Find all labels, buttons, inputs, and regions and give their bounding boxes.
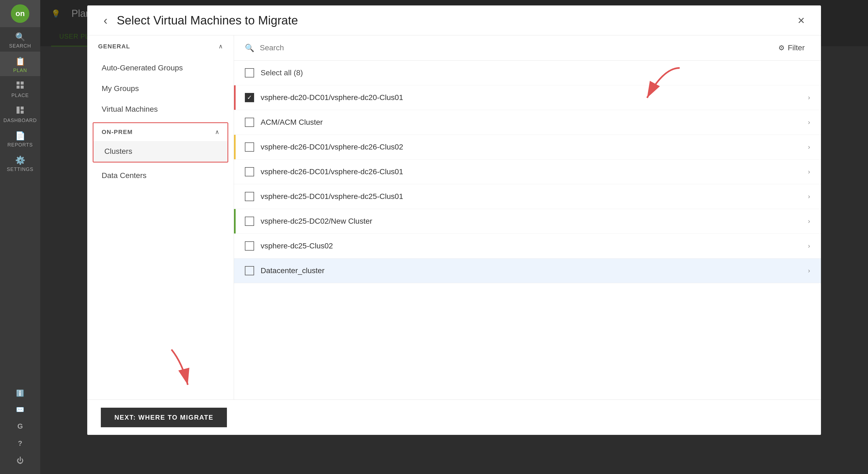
modal-footer: Next: Where to Migrate xyxy=(87,400,821,435)
item-label: ACM/ACM Cluster xyxy=(260,118,801,127)
list-item[interactable]: vsphere-dc25-DC01/vsphere-dc25-Clus01 › xyxy=(234,184,821,209)
general-section-header[interactable]: General ∧ xyxy=(87,35,234,58)
status-indicator-red xyxy=(234,85,236,110)
sidebar-bottom: ℹ️ ✉️ G ? ⏻ xyxy=(0,386,40,474)
chevron-right-icon: › xyxy=(808,242,810,250)
filter-button[interactable]: ⚙ Filter xyxy=(773,41,810,55)
search-icon: 🔍 xyxy=(245,43,254,53)
list-item[interactable]: vsphere-dc25-Clus02 › xyxy=(234,234,821,258)
sidebar-item-reports[interactable]: 📄 Reports xyxy=(0,126,40,151)
nav-my-groups[interactable]: My Groups xyxy=(87,78,234,99)
chevron-right-icon: › xyxy=(808,267,810,275)
logo: on xyxy=(0,0,40,27)
item-label: vsphere-dc25-DC01/vsphere-dc25-Clus01 xyxy=(260,192,801,201)
search-icon: 🔍 xyxy=(15,32,25,41)
dashboard-icon xyxy=(16,106,24,116)
modal-close-button[interactable]: × xyxy=(795,11,807,30)
on-prem-section: On-Prem ∧ Clusters xyxy=(93,122,228,162)
status-indicator-green xyxy=(234,209,236,233)
item-checkbox[interactable] xyxy=(245,118,254,127)
select-all-label: Select all (8) xyxy=(260,68,303,77)
chevron-right-icon: › xyxy=(808,217,810,225)
nav-virtual-machines[interactable]: Virtual Machines xyxy=(87,99,234,120)
item-checkbox[interactable] xyxy=(245,192,254,201)
sidebar-item-settings[interactable]: ⚙️ Settings xyxy=(0,151,40,175)
item-checkbox[interactable] xyxy=(245,241,254,251)
search-input[interactable] xyxy=(260,43,768,52)
list-item[interactable]: ACM/ACM Cluster › xyxy=(234,110,821,135)
chevron-right-icon: › xyxy=(808,94,810,101)
status-indicator-yellow xyxy=(234,135,236,159)
item-checkbox[interactable] xyxy=(245,217,254,226)
svg-rect-5 xyxy=(21,106,24,109)
chevron-right-icon: › xyxy=(808,168,810,176)
on-prem-section-header[interactable]: On-Prem ∧ xyxy=(93,123,227,141)
item-checkbox[interactable] xyxy=(245,93,254,102)
modal-body: General ∧ Auto-Generated Groups My Group… xyxy=(87,35,821,400)
nav-clusters[interactable]: Clusters xyxy=(93,141,227,162)
google-button[interactable]: G xyxy=(0,418,40,434)
svg-rect-3 xyxy=(21,86,24,89)
settings-icon: ⚙️ xyxy=(15,155,25,165)
general-toggle-icon: ∧ xyxy=(218,43,223,50)
list-item[interactable]: vsphere-dc20-DC01/vsphere-dc20-Clus01 › xyxy=(234,85,821,110)
nav-data-centers[interactable]: Data Centers xyxy=(87,165,234,186)
nav-auto-generated[interactable]: Auto-Generated Groups xyxy=(87,58,234,78)
list-item[interactable]: vsphere-dc26-DC01/vsphere-dc26-Clus02 › xyxy=(234,135,821,160)
list-item[interactable]: vsphere-dc26-DC01/vsphere-dc26-Clus01 › xyxy=(234,160,821,184)
modal: ‹ Select Virtual Machines to Migrate × G… xyxy=(87,5,821,435)
select-all-row[interactable]: Select all (8) xyxy=(234,61,821,85)
power-button[interactable]: ⏻ xyxy=(0,452,40,469)
on-prem-toggle-icon: ∧ xyxy=(215,129,219,136)
search-bar: 🔍 ⚙ Filter xyxy=(234,35,821,61)
right-panel: 🔍 ⚙ Filter Select all (8) xyxy=(234,35,821,400)
main-area: 💡 Plan Management User Plan Nightly ‹ Se… xyxy=(40,0,868,474)
sidebar-nav: 🔍 Search 📋 Plan Place Dashboard 📄 Report… xyxy=(0,27,40,386)
logo-icon: on xyxy=(11,4,29,23)
chevron-right-icon: › xyxy=(808,193,810,200)
item-label: vsphere-dc26-DC01/vsphere-dc26-Clus02 xyxy=(260,143,801,151)
modal-overlay: ‹ Select Virtual Machines to Migrate × G… xyxy=(40,0,868,474)
next-button[interactable]: Next: Where to Migrate xyxy=(101,408,227,427)
sidebar-item-dashboard[interactable]: Dashboard xyxy=(0,101,40,126)
left-panel: General ∧ Auto-Generated Groups My Group… xyxy=(87,35,234,400)
item-label: Datacenter_cluster xyxy=(260,266,801,275)
item-checkbox[interactable] xyxy=(245,167,254,177)
reports-icon: 📄 xyxy=(15,131,25,140)
modal-title: Select Virtual Machines to Migrate xyxy=(117,13,788,27)
place-icon xyxy=(16,81,24,91)
item-checkbox[interactable] xyxy=(245,266,254,275)
item-label: vsphere-dc26-DC01/vsphere-dc26-Clus01 xyxy=(260,167,801,176)
filter-icon: ⚙ xyxy=(778,44,784,52)
svg-rect-6 xyxy=(21,110,24,114)
chevron-right-icon: › xyxy=(808,143,810,151)
item-list: Select all (8) vsphere-dc20-DC01/vsphere… xyxy=(234,61,821,400)
sidebar: on 🔍 Search 📋 Plan Place Dashboard 📄 Rep… xyxy=(0,0,40,474)
chevron-right-icon: › xyxy=(808,119,810,126)
sidebar-item-search[interactable]: 🔍 Search xyxy=(0,27,40,52)
list-item[interactable]: Datacenter_cluster › xyxy=(234,258,821,283)
sidebar-item-place[interactable]: Place xyxy=(0,76,40,101)
item-checkbox[interactable] xyxy=(245,143,254,152)
mail-button[interactable]: ✉️ xyxy=(0,402,40,417)
sidebar-item-plan[interactable]: 📋 Plan xyxy=(0,52,40,76)
svg-rect-2 xyxy=(17,86,20,89)
svg-rect-1 xyxy=(21,82,24,85)
item-label: vsphere-dc25-Clus02 xyxy=(260,242,801,250)
list-item[interactable]: vsphere-dc25-DC02/New Cluster › xyxy=(234,209,821,234)
help-button[interactable]: ? xyxy=(0,435,40,451)
item-label: vsphere-dc20-DC01/vsphere-dc20-Clus01 xyxy=(260,93,801,102)
plan-icon: 📋 xyxy=(15,57,25,66)
modal-header: ‹ Select Virtual Machines to Migrate × xyxy=(87,5,821,35)
modal-back-button[interactable]: ‹ xyxy=(101,11,110,30)
select-all-checkbox[interactable] xyxy=(245,68,254,77)
info-button[interactable]: ℹ️ xyxy=(0,386,40,401)
svg-rect-0 xyxy=(17,82,20,85)
svg-rect-4 xyxy=(17,106,20,114)
item-label: vsphere-dc25-DC02/New Cluster xyxy=(260,217,801,226)
